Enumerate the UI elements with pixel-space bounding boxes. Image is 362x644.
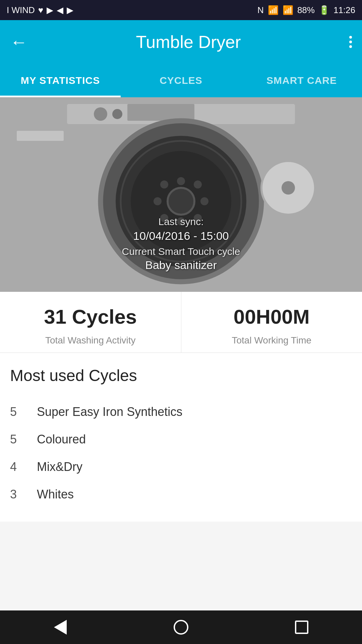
svg-point-3 xyxy=(94,107,107,121)
svg-point-4 xyxy=(112,109,122,119)
page-title: Tumble Dryer xyxy=(27,32,349,52)
list-item: 5 Coloured xyxy=(10,426,352,453)
list-item: 4 Mix&Dry xyxy=(10,453,352,481)
stats-row: 31 Cycles Total Washing Activity 00H00M … xyxy=(0,292,362,353)
cast-icon: ▶ xyxy=(47,5,53,15)
total-cycles-label: Total Washing Activity xyxy=(7,335,174,346)
nav-home-button[interactable] xyxy=(168,614,194,641)
total-cycles-value: 31 Cycles xyxy=(7,305,174,328)
nav-back-button[interactable] xyxy=(47,614,74,641)
svg-point-12 xyxy=(200,197,208,205)
cycle-count: 3 xyxy=(10,487,37,501)
more-dot-1 xyxy=(349,36,352,39)
tab-smart-care[interactable]: SMART CARE xyxy=(241,64,362,97)
stat-cell-working: 00H00M Total Working Time xyxy=(181,292,362,353)
cycle-name-text: Super Easy Iron Synthetics xyxy=(37,405,182,419)
app-bar: ← Tumble Dryer xyxy=(0,20,362,64)
svg-point-16 xyxy=(154,197,162,205)
most-used-title: Most used Cycles xyxy=(10,366,352,385)
cycle-count: 5 xyxy=(10,405,37,419)
device-info-overlay: Last sync: 10/04/2016 - 15:00 Current Sm… xyxy=(0,216,362,272)
signal-icon-2: ◀ xyxy=(57,5,63,15)
cycle-count: 4 xyxy=(10,460,37,474)
most-used-section: Most used Cycles 5 Super Easy Iron Synth… xyxy=(0,353,362,522)
battery-percent: 88% xyxy=(297,5,315,15)
more-dot-3 xyxy=(349,45,352,48)
tab-cycles[interactable]: CYCLES xyxy=(121,64,241,97)
recent-square-icon xyxy=(295,621,308,634)
clock: 11:26 xyxy=(334,5,355,15)
svg-point-10 xyxy=(177,177,185,185)
back-triangle-icon xyxy=(54,620,67,635)
carrier-text: I WIND xyxy=(7,5,35,15)
nfc-icon: N xyxy=(257,5,264,15)
stat-cell-washing: 31 Cycles Total Washing Activity xyxy=(0,292,181,353)
current-cycle-label: Current Smart Touch cycle xyxy=(0,246,362,257)
last-sync-label: Last sync: xyxy=(0,216,362,227)
status-bar: I WIND ♥ ▶ ◀ ▶ N 📶 📶 88% 🔋 11:26 xyxy=(0,0,362,20)
more-button[interactable] xyxy=(349,36,352,48)
home-circle-icon xyxy=(174,620,188,635)
total-time-label: Total Working Time xyxy=(188,335,356,346)
device-image: Last sync: 10/04/2016 - 15:00 Current Sm… xyxy=(0,97,362,292)
svg-rect-20 xyxy=(17,131,64,141)
svg-point-9 xyxy=(160,180,168,189)
signal-icon-3: ▶ xyxy=(67,5,73,15)
svg-point-19 xyxy=(282,181,295,195)
last-sync-date: 10/04/2016 - 15:00 xyxy=(0,229,362,243)
cycle-name-text: Whites xyxy=(37,487,74,501)
total-time-value: 00H00M xyxy=(188,305,356,328)
status-left: I WIND ♥ ▶ ◀ ▶ xyxy=(7,5,73,15)
bottom-nav xyxy=(0,610,362,644)
cycle-name-text: Coloured xyxy=(37,432,86,446)
cycle-list: 5 Super Easy Iron Synthetics 5 Coloured … xyxy=(10,398,352,508)
nav-recent-button[interactable] xyxy=(288,614,315,641)
more-dot-2 xyxy=(349,41,352,43)
back-button[interactable]: ← xyxy=(10,32,27,52)
cycle-name-text: Mix&Dry xyxy=(37,460,82,474)
svg-rect-2 xyxy=(127,104,194,121)
signal-bars-icon: 📶 xyxy=(283,5,293,15)
health-icon: ♥ xyxy=(38,5,43,15)
svg-point-11 xyxy=(194,180,202,189)
tab-my-statistics[interactable]: MY STATISTICS xyxy=(0,64,121,97)
battery-icon: 🔋 xyxy=(319,5,329,15)
svg-point-17 xyxy=(168,188,194,215)
current-cycle-name: Baby sanitizer xyxy=(0,259,362,272)
cycle-count: 5 xyxy=(10,432,37,446)
status-right: N 📶 📶 88% 🔋 11:26 xyxy=(257,5,355,15)
list-item: 3 Whites xyxy=(10,481,352,508)
list-item: 5 Super Easy Iron Synthetics xyxy=(10,398,352,426)
wifi-icon: 📶 xyxy=(268,5,279,15)
tab-bar: MY STATISTICS CYCLES SMART CARE xyxy=(0,64,362,97)
